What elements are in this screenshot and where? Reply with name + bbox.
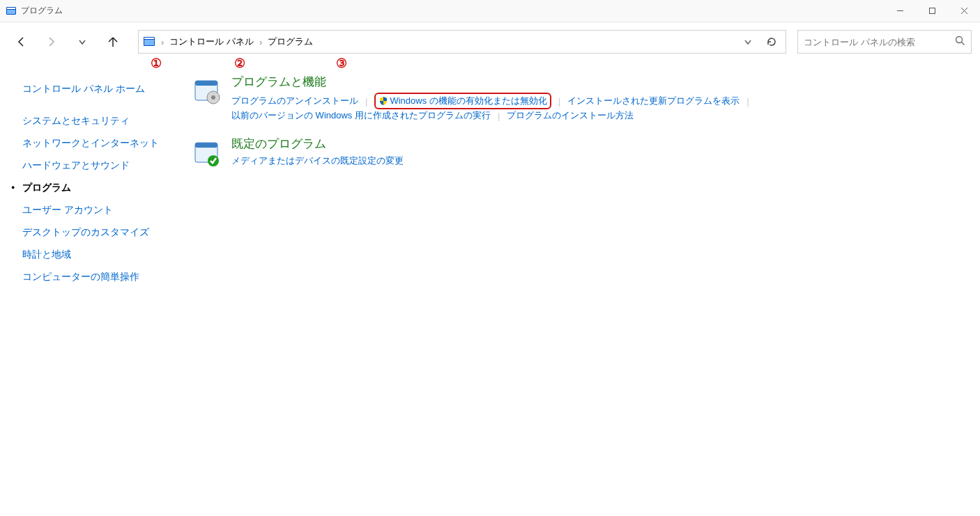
link-installed-updates[interactable]: インストールされた更新プログラムを表示 — [567, 95, 740, 107]
search-input[interactable] — [804, 37, 955, 47]
main-panel: ① ② ③ プログラムと機能 プログラムのアンインストール | Windows … — [167, 61, 980, 516]
svg-rect-9 — [144, 40, 154, 45]
category-default-programs: 既定のプログラム メディアまたはデバイスの既定設定の変更 — [192, 136, 980, 168]
titlebar: プログラム — [0, 0, 980, 22]
sidebar-item-network[interactable]: ネットワークとインターネット — [22, 132, 162, 155]
forward-button[interactable] — [43, 33, 60, 50]
sidebar-item-system[interactable]: システムとセキュリティ — [22, 110, 162, 132]
svg-point-15 — [211, 95, 215, 100]
svg-rect-8 — [144, 38, 154, 39]
category-programs-features: プログラムと機能 プログラムのアンインストール | Windows の機能の有効… — [192, 74, 980, 122]
svg-rect-17 — [195, 143, 217, 148]
category-links-row: プログラムのアンインストール | Windows の機能の有効化または無効化 |… — [231, 93, 980, 109]
sidebar-item-hardware[interactable]: ハードウェアとサウンド — [22, 155, 162, 177]
svg-line-11 — [962, 42, 965, 45]
programs-icon — [192, 77, 222, 106]
app-icon — [6, 6, 17, 17]
minimize-button[interactable] — [884, 0, 916, 22]
close-button[interactable] — [948, 0, 980, 22]
sidebar-item-clock[interactable]: 時計と地域 — [22, 244, 162, 266]
address-dropdown[interactable] — [738, 32, 758, 52]
link-media-defaults[interactable]: メディアまたはデバイスの既定設定の変更 — [231, 155, 404, 167]
breadcrumb-item[interactable]: コントロール パネル — [169, 36, 254, 48]
annotation-1: ① — [151, 56, 162, 71]
refresh-button[interactable] — [762, 32, 781, 52]
sidebar-item-desktop[interactable]: デスクトップのカスタマイズ — [22, 221, 162, 244]
content: コントロール パネル ホーム システムとセキュリティ ネットワークとインターネッ… — [0, 61, 980, 516]
breadcrumb-sep: › — [161, 37, 164, 47]
sidebar-item-accessibility[interactable]: コンピューターの簡単操作 — [22, 266, 162, 288]
breadcrumb-item[interactable]: プログラム — [268, 36, 313, 48]
link-compat-old-windows[interactable]: 以前のバージョンの Windows 用に作成されたプログラムの実行 — [231, 109, 491, 122]
link-windows-features[interactable]: Windows の機能の有効化または無効化 — [390, 95, 546, 107]
recent-dropdown[interactable] — [74, 33, 91, 50]
category-links-row: メディアまたはデバイスの既定設定の変更 — [231, 155, 980, 167]
search-icon[interactable] — [955, 36, 965, 49]
link-uninstall[interactable]: プログラムのアンインストール — [231, 95, 358, 107]
category-links-row: 以前のバージョンの Windows 用に作成されたプログラムの実行 | プログラ… — [231, 109, 980, 122]
sidebar-item-programs[interactable]: プログラム — [22, 177, 162, 199]
link-install-method[interactable]: プログラムのインストール方法 — [507, 109, 634, 122]
window-controls — [884, 0, 980, 22]
sidebar-item-home[interactable]: コントロール パネル ホーム — [22, 78, 162, 100]
uac-shield-icon — [378, 96, 388, 106]
category-title[interactable]: 既定のプログラム — [231, 136, 980, 152]
default-programs-icon — [192, 139, 222, 168]
maximize-button[interactable] — [916, 0, 948, 22]
toolbar: › コントロール パネル › プログラム — [0, 22, 980, 61]
annotation-3: ③ — [336, 56, 347, 71]
svg-rect-13 — [195, 81, 217, 86]
svg-rect-2 — [7, 10, 15, 14]
annotation-2: ② — [234, 56, 245, 71]
sidebar-item-users[interactable]: ユーザー アカウント — [22, 199, 162, 221]
svg-point-10 — [956, 36, 963, 42]
highlighted-link-box: Windows の機能の有効化または無効化 — [374, 93, 551, 109]
back-button[interactable] — [13, 33, 29, 50]
address-bar[interactable]: › コントロール パネル › プログラム — [138, 30, 786, 54]
breadcrumb-sep: › — [259, 37, 262, 47]
svg-rect-4 — [929, 8, 935, 14]
control-panel-icon — [143, 36, 155, 48]
search-box[interactable] — [797, 30, 972, 54]
up-button[interactable] — [105, 33, 121, 50]
window-title: プログラム — [21, 5, 884, 17]
sidebar: コントロール パネル ホーム システムとセキュリティ ネットワークとインターネッ… — [0, 61, 167, 516]
category-title[interactable]: プログラムと機能 — [231, 74, 980, 90]
svg-rect-1 — [7, 8, 15, 9]
